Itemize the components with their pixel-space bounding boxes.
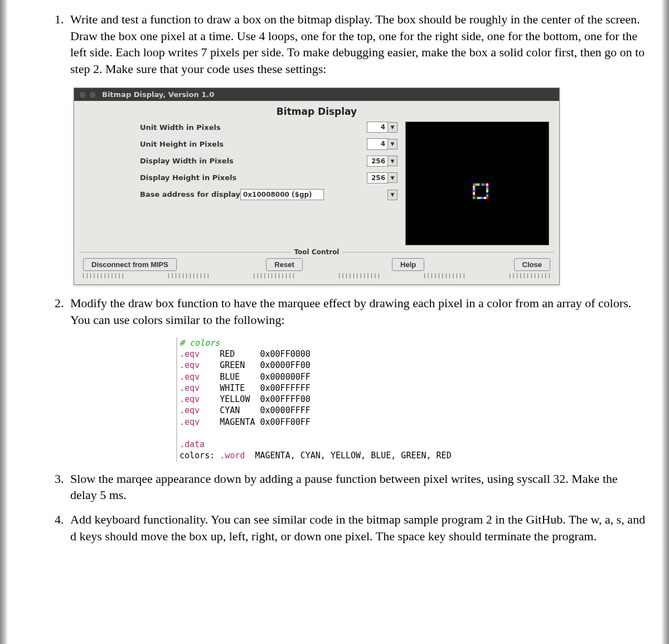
display-height-value: 256: [367, 172, 388, 183]
color-code-block: # colors .eqv RED 0x00FF0000 .eqv GREEN …: [176, 337, 647, 462]
unit-height-dropdown[interactable]: ▼: [387, 139, 397, 149]
window-control-icon[interactable]: [89, 91, 96, 99]
unit-width-dropdown[interactable]: ▼: [387, 122, 397, 133]
question-3-text: Slow the marqee appearance down by addin…: [70, 472, 618, 502]
base-addr-dropdown[interactable]: ▼: [387, 190, 397, 200]
display-height-label: Display Height in Pixels: [140, 173, 240, 183]
window-footer-dashes: |||||||||||||||||||||||||||||||||||| |||…: [80, 271, 554, 279]
unit-width-label: Unit Width in Pixels: [140, 123, 240, 133]
window-titlebar-text: Bitmap Display, Version 1.0: [102, 90, 214, 100]
help-button[interactable]: Help: [392, 258, 424, 271]
unit-height-value: 4: [367, 138, 388, 149]
base-addr-label: Base address for display: [140, 190, 240, 200]
bitmap-preview: [405, 122, 549, 245]
tool-control-label: Tool Control: [291, 248, 343, 256]
window-titlebar: Bitmap Display, Version 1.0: [74, 88, 559, 101]
display-height-dropdown[interactable]: ▼: [387, 172, 397, 183]
disconnect-button[interactable]: Disconnect from MIPS: [83, 258, 177, 271]
reset-button[interactable]: Reset: [266, 258, 302, 271]
base-addr-value: 0x10008000 ($gp): [240, 189, 324, 200]
question-4-text: Add keyboard functionality. You can see …: [70, 512, 645, 543]
display-width-label: Display Width in Pixels: [140, 156, 240, 166]
bitmap-display-window: Bitmap Display, Version 1.0 Bitmap Displ…: [74, 88, 560, 285]
unit-height-label: Unit Height in Pixels: [140, 139, 240, 149]
window-heading: Bitmap Display: [74, 101, 559, 122]
close-button[interactable]: Close: [514, 258, 550, 271]
display-width-value: 256: [367, 156, 388, 167]
question-1-text: Write and test a function to draw a box …: [70, 12, 644, 76]
question-2-text: Modify the draw box function to have the…: [70, 296, 631, 327]
unit-width-value: 4: [367, 122, 388, 133]
display-width-dropdown[interactable]: ▼: [387, 156, 397, 166]
window-control-icon[interactable]: [79, 91, 86, 99]
